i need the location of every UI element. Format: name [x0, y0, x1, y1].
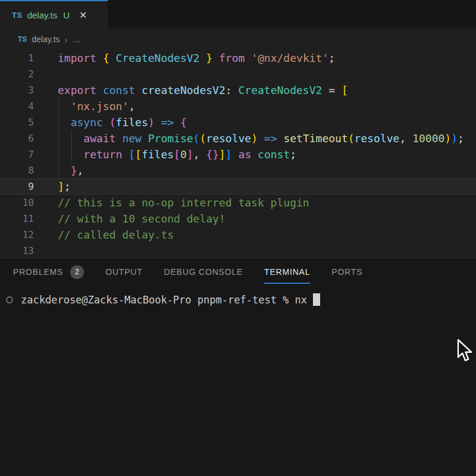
code-token: } — [71, 164, 77, 177]
code-token: ; — [64, 180, 71, 193]
code-token: [ — [174, 148, 180, 161]
code-line[interactable]: 2 — [0, 66, 476, 82]
code-token — [258, 132, 264, 145]
panel-tab-terminal[interactable]: TERMINAL — [264, 258, 310, 286]
code-token: : — [226, 84, 239, 96]
code-token — [135, 84, 142, 96]
code-token: ; — [290, 148, 296, 161]
code-token: => — [161, 116, 174, 129]
line-number: 2 — [0, 68, 34, 80]
line-number: 12 — [0, 229, 34, 240]
code-text: export const createNodesV2: CreateNodesV… — [58, 82, 348, 98]
terminal-prompt-text: zackderose@Zacks-MacBook-Pro pnpm-ref-te… — [21, 293, 320, 306]
code-token: async — [71, 116, 103, 129]
code-token — [116, 132, 123, 145]
code-token — [122, 148, 129, 161]
code-line[interactable]: 12// called delay.ts — [0, 227, 476, 243]
code-token: , — [193, 148, 206, 161]
code-token: as — [239, 148, 252, 161]
code-editor[interactable]: 1import { CreateNodesV2 } from '@nx/devk… — [0, 50, 476, 258]
code-token — [212, 52, 219, 64]
code-token: ] — [58, 180, 64, 193]
code-line[interactable]: 8 }, — [0, 162, 476, 178]
panel-tab-label: DEBUG CONSOLE — [164, 258, 243, 286]
bottom-panel: PROBLEMS2OUTPUTDEBUG CONSOLETERMINALPORT… — [0, 258, 476, 476]
panel-tab-debug-console[interactable]: DEBUG CONSOLE — [164, 258, 243, 286]
code-line[interactable]: 4 'nx.json', — [0, 98, 476, 114]
code-token — [155, 116, 161, 129]
code-text: async (files) => { — [58, 114, 187, 130]
terminal-prompt-row[interactable]: zackderose@Zacks-MacBook-Pro pnpm-ref-te… — [0, 292, 476, 308]
code-line[interactable]: 9]; — [0, 178, 476, 195]
code-token: , — [77, 164, 84, 177]
code-token: ( — [199, 132, 206, 145]
code-token: const — [103, 84, 135, 96]
mouse-cursor — [457, 339, 473, 365]
code-line[interactable]: 5 async (files) => { — [0, 114, 476, 130]
line-number: 13 — [0, 245, 34, 256]
code-token — [232, 148, 239, 161]
code-token: => — [264, 132, 277, 145]
code-token — [58, 100, 71, 112]
code-line[interactable]: 1import { CreateNodesV2 } from '@nx/devk… — [0, 50, 476, 66]
code-token — [96, 52, 103, 64]
panel-tab-problems[interactable]: PROBLEMS2 — [13, 258, 84, 286]
code-token: } — [206, 52, 212, 64]
close-icon[interactable]: ✕ — [79, 10, 87, 21]
panel-tab-bar: PROBLEMS2OUTPUTDEBUG CONSOLETERMINALPORT… — [0, 258, 476, 286]
editor-tab-bar: TS delay.ts U ✕ — [0, 0, 476, 29]
code-token — [251, 148, 258, 161]
code-token: = — [322, 84, 342, 96]
code-token — [96, 84, 103, 96]
code-token: resolve — [355, 132, 400, 145]
code-token: CreateNodesV2 — [238, 84, 322, 96]
code-line[interactable]: 11// with a 10 second delay! — [0, 211, 476, 227]
line-number: 10 — [0, 197, 34, 208]
code-token: ( — [348, 132, 355, 145]
code-token: { — [180, 116, 187, 129]
code-token: await — [83, 132, 115, 145]
code-token — [58, 148, 83, 161]
code-token: ; — [458, 132, 464, 145]
line-number: 6 — [0, 133, 34, 144]
code-token — [58, 132, 83, 145]
code-token: createNodesV2 — [142, 84, 226, 96]
command-decoration-icon[interactable] — [6, 296, 13, 303]
code-token: [ — [135, 148, 142, 161]
code-text: ]; — [58, 178, 71, 195]
code-token: [ — [342, 84, 348, 96]
chevron-right-icon: › — [65, 35, 68, 45]
code-token: const — [258, 148, 290, 161]
problems-count-badge: 2 — [70, 265, 84, 279]
code-text: await new Promise((resolve) => setTimeou… — [58, 130, 464, 146]
panel-tab-ports[interactable]: PORTS — [331, 258, 362, 286]
code-token: {} — [206, 148, 219, 161]
breadcrumb[interactable]: TS delay.ts › … — [0, 29, 476, 50]
code-token: '@nx/devkit' — [251, 52, 328, 64]
breadcrumb-symbol-ellipsis[interactable]: … — [73, 35, 82, 44]
breadcrumb-filename[interactable]: delay.ts — [32, 35, 60, 44]
code-token: ( — [109, 116, 116, 129]
code-token: , — [399, 132, 412, 145]
panel-tab-label: PORTS — [331, 258, 362, 286]
typescript-file-icon: TS — [18, 35, 27, 43]
code-token: from — [219, 52, 245, 64]
code-text: 'nx.json', — [58, 98, 135, 114]
code-line[interactable]: 13 — [0, 243, 476, 258]
code-line[interactable]: 3export const createNodesV2: CreateNodes… — [0, 82, 476, 98]
code-token: files — [142, 148, 174, 161]
code-text: // called delay.ts — [58, 227, 174, 243]
code-token — [58, 116, 71, 129]
code-token: import — [58, 52, 96, 64]
tab-delay-ts[interactable]: TS delay.ts U ✕ — [0, 0, 108, 29]
code-line[interactable]: 10// this is a no-op interred task plugi… — [0, 195, 476, 211]
code-text: return [[files[0], {}]] as const; — [58, 146, 296, 162]
panel-tab-output[interactable]: OUTPUT — [105, 258, 142, 286]
panel-tab-label: TERMINAL — [264, 258, 310, 286]
code-token — [109, 52, 116, 64]
code-text: }, — [58, 162, 83, 178]
code-token: CreateNodesV2 — [116, 52, 200, 64]
line-number: 4 — [0, 101, 34, 112]
code-token: , — [129, 100, 135, 112]
code-token: ( — [193, 132, 200, 145]
